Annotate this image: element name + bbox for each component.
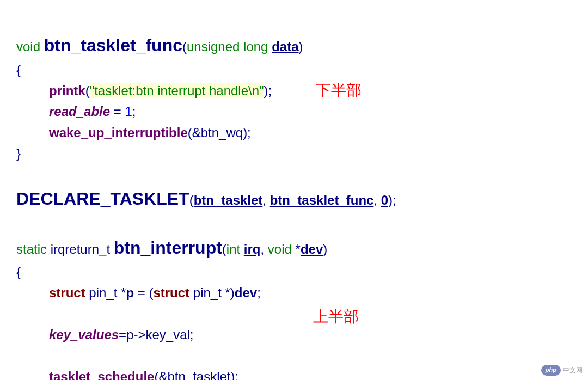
arg-btn-tasklet: btn_tasklet	[194, 193, 263, 207]
fn-wakeup: wake_up_interruptible	[49, 125, 188, 140]
paren: (	[182, 39, 187, 54]
paren: )	[323, 242, 327, 256]
line-printk: printk("tasklet:btn interrupt handle\n")…	[16, 81, 272, 101]
var-dev: dev	[235, 285, 257, 300]
brace: {	[16, 63, 21, 77]
brace: }	[16, 146, 21, 161]
arg-zero: 0	[381, 193, 388, 207]
var-p: p	[126, 285, 134, 300]
fn-tasklet-schedule: tasklet_schedule	[49, 369, 154, 380]
op-eq: =	[110, 104, 125, 119]
line-declare: DECLARE_TASKLET(btn_tasklet, btn_tasklet…	[16, 193, 396, 207]
brace: {	[16, 265, 21, 279]
paren: (	[85, 83, 90, 98]
type: pin_t *)	[189, 285, 235, 300]
comma: ,	[373, 193, 381, 207]
paren: );	[264, 83, 272, 98]
rhs: =p->key_val;	[119, 327, 193, 342]
line-readable: read_able = 1;	[16, 101, 136, 122]
param-data: data	[272, 39, 298, 54]
param-dev: dev	[301, 242, 323, 256]
param-irq: irq	[244, 242, 261, 256]
type: pin_t *	[85, 285, 126, 300]
kw-void: void	[268, 242, 292, 256]
paren: )	[298, 39, 303, 54]
var-read-able: read_able	[49, 104, 110, 119]
arg-btn-tasklet-func: btn_tasklet_func	[270, 193, 374, 207]
func-btn-interrupt: btn_interrupt	[114, 238, 222, 258]
watermark-text: 中文网	[563, 365, 583, 376]
var-key-values: key_values	[49, 327, 119, 342]
line-btn-interrupt: static irqreturn_t btn_interrupt(int irq…	[16, 242, 327, 256]
op: = (	[134, 285, 153, 300]
line-wakeup: wake_up_interruptible(&btn_wq);	[16, 122, 251, 143]
kw-struct: struct	[49, 285, 85, 300]
literal-1: 1	[125, 104, 132, 119]
semi: ;	[132, 104, 136, 119]
star: *	[292, 242, 301, 256]
watermark: php 中文网	[541, 365, 583, 376]
line-struct: struct pin_t *p = (struct pin_t *)dev;	[16, 283, 261, 303]
comma: ,	[262, 193, 270, 207]
kw-struct: struct	[153, 285, 189, 300]
paren: );	[388, 193, 396, 207]
paren: (	[222, 242, 226, 256]
semi: ;	[257, 285, 261, 300]
kw-int: int	[226, 242, 244, 256]
ret-type: irqreturn_t	[47, 242, 114, 256]
code-block: void btn_tasklet_func(unsigned long data…	[16, 11, 572, 380]
args: (&btn_tasklet);	[154, 369, 238, 380]
comma: ,	[261, 242, 268, 256]
string-literal: "tasklet:btn interrupt handle\n"	[90, 83, 264, 98]
kw-static: static	[16, 242, 47, 256]
kw-void: void	[16, 39, 40, 54]
line-keyvalues: key_values=p->key_val;	[16, 324, 194, 345]
macro-declare-tasklet: DECLARE_TASKLET	[16, 189, 189, 209]
line-tasklet-schedule: tasklet_schedule(&btn_tasklet);	[16, 366, 238, 380]
php-badge-icon: php	[541, 365, 561, 376]
args: (&btn_wq);	[188, 125, 251, 140]
line-1: void btn_tasklet_func(unsigned long data…	[16, 39, 303, 54]
type-ulong: unsigned long	[187, 39, 268, 54]
fn-printk: printk	[49, 83, 85, 98]
annotation-bottom-half: 下半部	[316, 78, 362, 103]
paren: (	[189, 193, 194, 207]
func-name: btn_tasklet_func	[44, 35, 182, 55]
annotation-top-half: 上半部	[313, 305, 359, 329]
